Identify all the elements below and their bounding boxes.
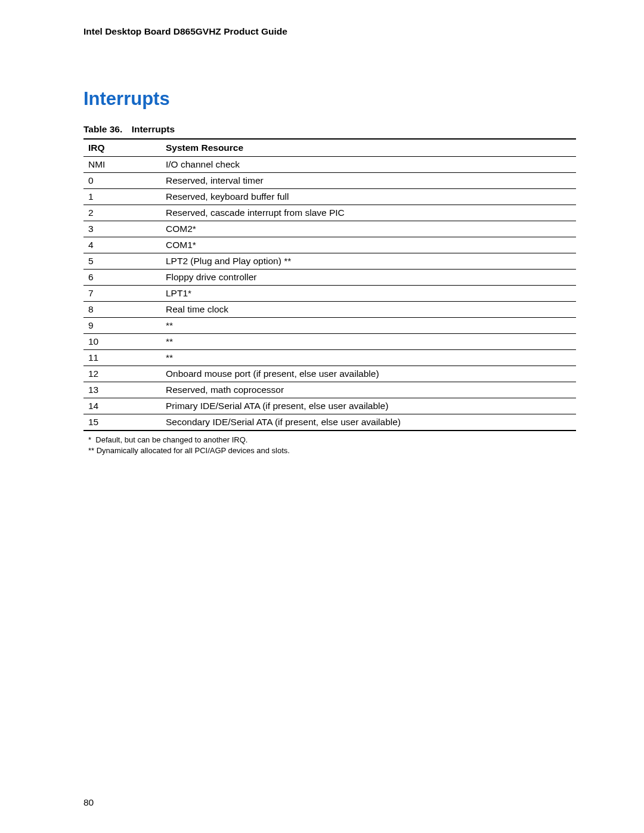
column-header-resource: System Resource xyxy=(161,139,576,157)
cell-irq: 0 xyxy=(83,173,161,189)
cell-resource: Real time clock xyxy=(161,302,576,318)
table-row: 10** xyxy=(83,334,576,350)
cell-irq: 2 xyxy=(83,205,161,221)
cell-irq: 11 xyxy=(83,350,161,366)
table-row: 0Reserved, interval timer xyxy=(83,173,576,189)
cell-resource: Reserved, cascade interrupt from slave P… xyxy=(161,205,576,221)
cell-irq: 14 xyxy=(83,398,161,414)
table-row: 5LPT2 (Plug and Play option) ** xyxy=(83,253,576,270)
cell-resource: Primary IDE/Serial ATA (if present, else… xyxy=(161,398,576,414)
table-row: 14Primary IDE/Serial ATA (if present, el… xyxy=(83,398,576,414)
cell-resource: Reserved, interval timer xyxy=(161,173,576,189)
cell-irq: 9 xyxy=(83,318,161,334)
column-header-irq: IRQ xyxy=(83,139,161,157)
cell-irq: 4 xyxy=(83,237,161,253)
cell-irq: 8 xyxy=(83,302,161,318)
cell-resource: ** xyxy=(161,318,576,334)
table-caption: Table 36. Interrupts xyxy=(83,124,576,135)
interrupts-table: IRQ System Resource NMII/O channel check… xyxy=(83,138,576,431)
cell-irq: 10 xyxy=(83,334,161,350)
cell-resource: Reserved, keyboard buffer full xyxy=(161,189,576,205)
table-row: 3COM2* xyxy=(83,221,576,237)
table-row: 15Secondary IDE/Serial ATA (if present, … xyxy=(83,414,576,431)
cell-resource: ** xyxy=(161,350,576,366)
table-row: 7LPT1* xyxy=(83,286,576,302)
table-row: 2Reserved, cascade interrupt from slave … xyxy=(83,205,576,221)
cell-resource: Floppy drive controller xyxy=(161,270,576,286)
table-row: NMII/O channel check xyxy=(83,157,576,173)
cell-irq: 5 xyxy=(83,253,161,270)
cell-resource: I/O channel check xyxy=(161,157,576,173)
cell-irq: NMI xyxy=(83,157,161,173)
table-row: 9** xyxy=(83,318,576,334)
cell-irq: 12 xyxy=(83,366,161,382)
table-row: 12Onboard mouse port (if present, else u… xyxy=(83,366,576,382)
cell-irq: 1 xyxy=(83,189,161,205)
footnote-2: ** Dynamically allocated for all PCI/AGP… xyxy=(83,445,576,456)
cell-irq: 13 xyxy=(83,382,161,398)
cell-irq: 7 xyxy=(83,286,161,302)
cell-resource: Reserved, math coprocessor xyxy=(161,382,576,398)
table-row: 6Floppy drive controller xyxy=(83,270,576,286)
cell-resource: Secondary IDE/Serial ATA (if present, el… xyxy=(161,414,576,431)
table-row: 13Reserved, math coprocessor xyxy=(83,382,576,398)
section-heading: Interrupts xyxy=(83,88,576,110)
running-header: Intel Desktop Board D865GVHZ Product Gui… xyxy=(83,26,576,37)
cell-irq: 6 xyxy=(83,270,161,286)
cell-irq: 15 xyxy=(83,414,161,431)
table-row: 11** xyxy=(83,350,576,366)
cell-resource: ** xyxy=(161,334,576,350)
page-number: 80 xyxy=(83,797,94,808)
cell-resource: LPT1* xyxy=(161,286,576,302)
cell-resource: LPT2 (Plug and Play option) ** xyxy=(161,253,576,270)
cell-resource: Onboard mouse port (if present, else use… xyxy=(161,366,576,382)
table-row: 4COM1* xyxy=(83,237,576,253)
table-body: NMII/O channel check0Reserved, interval … xyxy=(83,157,576,431)
table-row: 8Real time clock xyxy=(83,302,576,318)
footnote-1: * Default, but can be changed to another… xyxy=(83,435,576,445)
table-row: 1Reserved, keyboard buffer full xyxy=(83,189,576,205)
cell-irq: 3 xyxy=(83,221,161,237)
cell-resource: COM1* xyxy=(161,237,576,253)
cell-resource: COM2* xyxy=(161,221,576,237)
footnotes: * Default, but can be changed to another… xyxy=(83,435,576,456)
